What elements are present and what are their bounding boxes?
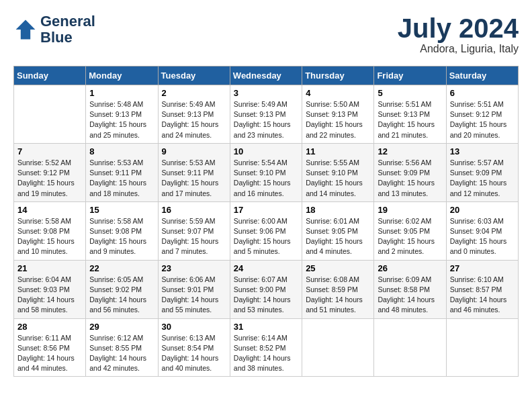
title-block: July 2024 Andora, Liguria, Italy xyxy=(398,13,519,55)
calendar-cell: 21Sunrise: 6:04 AM Sunset: 9:03 PM Dayli… xyxy=(14,260,86,318)
calendar-cell: 30Sunrise: 6:13 AM Sunset: 8:54 PM Dayli… xyxy=(158,318,230,377)
day-info: Sunrise: 5:49 AM Sunset: 9:13 PM Dayligh… xyxy=(234,99,298,140)
day-number: 12 xyxy=(378,146,442,156)
day-info: Sunrise: 6:07 AM Sunset: 9:00 PM Dayligh… xyxy=(234,275,298,316)
day-info: Sunrise: 5:51 AM Sunset: 9:12 PM Dayligh… xyxy=(450,99,515,140)
day-info: Sunrise: 6:08 AM Sunset: 8:59 PM Dayligh… xyxy=(306,275,370,316)
calendar-cell: 15Sunrise: 5:58 AM Sunset: 9:08 PM Dayli… xyxy=(86,201,158,260)
day-number: 27 xyxy=(450,263,515,273)
day-number: 21 xyxy=(17,263,82,273)
day-of-week-friday: Friday xyxy=(374,66,446,85)
calendar-cell: 3Sunrise: 5:49 AM Sunset: 9:13 PM Daylig… xyxy=(230,85,302,144)
calendar-cell: 17Sunrise: 6:00 AM Sunset: 9:06 PM Dayli… xyxy=(230,201,302,260)
day-number: 5 xyxy=(378,88,442,98)
day-number: 25 xyxy=(306,263,370,273)
calendar-cell: 10Sunrise: 5:54 AM Sunset: 9:10 PM Dayli… xyxy=(230,143,302,201)
day-number: 20 xyxy=(450,205,515,215)
logo-text: General Blue xyxy=(40,13,95,46)
month-year: July 2024 xyxy=(398,13,519,43)
calendar-week-row: 14Sunrise: 5:58 AM Sunset: 9:08 PM Dayli… xyxy=(14,201,519,260)
day-info: Sunrise: 5:48 AM Sunset: 9:13 PM Dayligh… xyxy=(89,99,154,140)
day-info: Sunrise: 5:59 AM Sunset: 9:07 PM Dayligh… xyxy=(162,216,226,257)
day-number: 22 xyxy=(89,263,154,273)
calendar-cell: 19Sunrise: 6:02 AM Sunset: 9:05 PM Dayli… xyxy=(374,201,446,260)
day-info: Sunrise: 5:50 AM Sunset: 9:13 PM Dayligh… xyxy=(306,99,370,140)
day-number: 26 xyxy=(378,263,442,273)
calendar-cell: 20Sunrise: 6:03 AM Sunset: 9:04 PM Dayli… xyxy=(446,201,518,260)
calendar-cell: 23Sunrise: 6:06 AM Sunset: 9:01 PM Dayli… xyxy=(158,260,230,318)
day-info: Sunrise: 6:01 AM Sunset: 9:05 PM Dayligh… xyxy=(306,216,370,257)
day-number: 15 xyxy=(89,205,154,215)
day-number: 29 xyxy=(89,322,154,332)
day-of-week-saturday: Saturday xyxy=(446,66,518,85)
calendar-cell xyxy=(374,318,446,377)
calendar-week-row: 21Sunrise: 6:04 AM Sunset: 9:03 PM Dayli… xyxy=(14,260,519,318)
day-info: Sunrise: 5:49 AM Sunset: 9:13 PM Dayligh… xyxy=(162,99,226,140)
day-number: 11 xyxy=(306,146,370,156)
day-info: Sunrise: 6:14 AM Sunset: 8:52 PM Dayligh… xyxy=(234,333,298,374)
day-number: 13 xyxy=(450,146,515,156)
day-info: Sunrise: 6:12 AM Sunset: 8:55 PM Dayligh… xyxy=(89,333,154,374)
day-info: Sunrise: 6:05 AM Sunset: 9:02 PM Dayligh… xyxy=(89,275,154,316)
day-info: Sunrise: 5:53 AM Sunset: 9:11 PM Dayligh… xyxy=(89,158,154,199)
day-number: 23 xyxy=(162,263,226,273)
calendar-table: SundayMondayTuesdayWednesdayThursdayFrid… xyxy=(13,66,519,377)
day-info: Sunrise: 6:13 AM Sunset: 8:54 PM Dayligh… xyxy=(162,333,226,374)
day-info: Sunrise: 6:06 AM Sunset: 9:01 PM Dayligh… xyxy=(162,275,226,316)
day-number: 8 xyxy=(89,146,154,156)
calendar-cell: 9Sunrise: 5:53 AM Sunset: 9:11 PM Daylig… xyxy=(158,143,230,201)
day-of-week-wednesday: Wednesday xyxy=(230,66,302,85)
calendar-cell: 12Sunrise: 5:56 AM Sunset: 9:09 PM Dayli… xyxy=(374,143,446,201)
calendar-cell: 26Sunrise: 6:09 AM Sunset: 8:58 PM Dayli… xyxy=(374,260,446,318)
calendar-cell: 13Sunrise: 5:57 AM Sunset: 9:09 PM Dayli… xyxy=(446,143,518,201)
day-info: Sunrise: 5:53 AM Sunset: 9:11 PM Dayligh… xyxy=(162,158,226,199)
day-of-week-tuesday: Tuesday xyxy=(158,66,230,85)
calendar-cell: 14Sunrise: 5:58 AM Sunset: 9:08 PM Dayli… xyxy=(14,201,86,260)
day-info: Sunrise: 6:10 AM Sunset: 8:57 PM Dayligh… xyxy=(450,275,515,316)
day-number: 28 xyxy=(17,322,82,332)
calendar-cell: 7Sunrise: 5:52 AM Sunset: 9:12 PM Daylig… xyxy=(14,143,86,201)
calendar-cell: 18Sunrise: 6:01 AM Sunset: 9:05 PM Dayli… xyxy=(302,201,374,260)
calendar-cell: 16Sunrise: 5:59 AM Sunset: 9:07 PM Dayli… xyxy=(158,201,230,260)
calendar-cell: 2Sunrise: 5:49 AM Sunset: 9:13 PM Daylig… xyxy=(158,85,230,144)
calendar-cell xyxy=(446,318,518,377)
day-info: Sunrise: 6:00 AM Sunset: 9:06 PM Dayligh… xyxy=(234,216,298,257)
day-number: 16 xyxy=(162,205,226,215)
svg-marker-0 xyxy=(16,20,36,40)
day-number: 3 xyxy=(234,88,298,98)
day-of-week-sunday: Sunday xyxy=(14,66,86,85)
calendar-cell: 5Sunrise: 5:51 AM Sunset: 9:13 PM Daylig… xyxy=(374,85,446,144)
day-info: Sunrise: 5:52 AM Sunset: 9:12 PM Dayligh… xyxy=(17,158,82,199)
calendar-cell: 4Sunrise: 5:50 AM Sunset: 9:13 PM Daylig… xyxy=(302,85,374,144)
day-number: 18 xyxy=(306,205,370,215)
calendar-cell: 6Sunrise: 5:51 AM Sunset: 9:12 PM Daylig… xyxy=(446,85,518,144)
logo: General Blue xyxy=(13,13,95,46)
day-info: Sunrise: 5:57 AM Sunset: 9:09 PM Dayligh… xyxy=(450,158,515,199)
calendar-cell: 24Sunrise: 6:07 AM Sunset: 9:00 PM Dayli… xyxy=(230,260,302,318)
day-info: Sunrise: 5:58 AM Sunset: 9:08 PM Dayligh… xyxy=(17,216,82,257)
calendar-cell: 25Sunrise: 6:08 AM Sunset: 8:59 PM Dayli… xyxy=(302,260,374,318)
day-of-week-monday: Monday xyxy=(86,66,158,85)
calendar-cell xyxy=(14,85,86,144)
day-number: 31 xyxy=(234,322,298,332)
calendar-cell: 27Sunrise: 6:10 AM Sunset: 8:57 PM Dayli… xyxy=(446,260,518,318)
calendar-week-row: 1Sunrise: 5:48 AM Sunset: 9:13 PM Daylig… xyxy=(14,85,519,144)
day-number: 30 xyxy=(162,322,226,332)
day-number: 7 xyxy=(17,146,82,156)
day-info: Sunrise: 5:54 AM Sunset: 9:10 PM Dayligh… xyxy=(234,158,298,199)
page-header: General Blue July 2024 Andora, Liguria, … xyxy=(13,13,519,55)
day-info: Sunrise: 5:58 AM Sunset: 9:08 PM Dayligh… xyxy=(89,216,154,257)
day-info: Sunrise: 5:55 AM Sunset: 9:10 PM Dayligh… xyxy=(306,158,370,199)
calendar-cell: 1Sunrise: 5:48 AM Sunset: 9:13 PM Daylig… xyxy=(86,85,158,144)
day-of-week-thursday: Thursday xyxy=(302,66,374,85)
calendar-cell xyxy=(302,318,374,377)
day-info: Sunrise: 5:51 AM Sunset: 9:13 PM Dayligh… xyxy=(378,99,442,140)
day-number: 19 xyxy=(378,205,442,215)
day-info: Sunrise: 5:56 AM Sunset: 9:09 PM Dayligh… xyxy=(378,158,442,199)
day-info: Sunrise: 6:11 AM Sunset: 8:56 PM Dayligh… xyxy=(17,333,82,374)
day-number: 4 xyxy=(306,88,370,98)
day-info: Sunrise: 6:02 AM Sunset: 9:05 PM Dayligh… xyxy=(378,216,442,257)
calendar-cell: 22Sunrise: 6:05 AM Sunset: 9:02 PM Dayli… xyxy=(86,260,158,318)
day-info: Sunrise: 6:09 AM Sunset: 8:58 PM Dayligh… xyxy=(378,275,442,316)
day-number: 9 xyxy=(162,146,226,156)
